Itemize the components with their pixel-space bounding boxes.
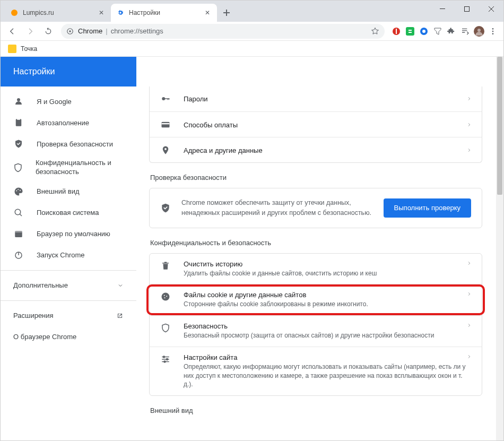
sidebar-extensions[interactable]: Расширения <box>1 305 136 326</box>
window-titlebar: Lumpics.ru ✕ Настройки ✕ <box>1 1 503 22</box>
svg-rect-30 <box>162 122 170 127</box>
svg-rect-1 <box>440 8 445 9</box>
shield-icon <box>13 162 23 173</box>
sidebar-item-safety-check[interactable]: Проверка безопасности <box>1 133 136 154</box>
row-security[interactable]: Безопасность Безопасный просмотр (защита… <box>150 315 482 347</box>
settings-page: Настройки Поиск настроек Я и Google Авто… <box>1 57 503 441</box>
chevron-right-icon <box>467 122 471 128</box>
sidebar-item-default-browser[interactable]: Браузер по умолчанию <box>1 223 136 245</box>
svg-point-11 <box>477 29 481 32</box>
row-payments[interactable]: Способы оплаты <box>150 111 482 137</box>
ext-icon-2[interactable] <box>405 26 415 37</box>
row-passwords[interactable]: Пароли <box>150 87 482 111</box>
chevron-right-icon <box>467 147 471 153</box>
shield-check-icon <box>160 203 171 213</box>
browser-toolbar: Chrome | chrome://settings <box>1 22 503 41</box>
svg-point-14 <box>492 33 494 34</box>
privacy-card: Очистить историю Удалить файлы cookie и … <box>149 253 482 396</box>
svg-point-13 <box>492 30 494 32</box>
autofill-card: Пароли Способы оплаты Адреса и другие да… <box>149 87 482 163</box>
close-icon[interactable]: ✕ <box>97 8 106 17</box>
new-tab-button[interactable] <box>219 5 234 20</box>
cookie-icon <box>160 292 171 301</box>
maximize-button[interactable] <box>455 1 479 18</box>
chevron-down-icon <box>117 282 124 289</box>
ext-icon-1[interactable] <box>391 26 402 37</box>
trash-icon <box>160 261 171 271</box>
menu-icon[interactable] <box>488 26 498 37</box>
svg-point-12 <box>492 28 494 30</box>
svg-point-33 <box>162 293 170 301</box>
sidebar-about[interactable]: О браузере Chrome <box>1 326 136 348</box>
person-icon <box>13 96 24 107</box>
sidebar-item-autofill[interactable]: Автозаполнение <box>1 112 136 133</box>
back-button[interactable] <box>4 23 21 40</box>
svg-rect-24 <box>15 231 22 232</box>
key-icon <box>160 94 171 103</box>
scrollbar-thumb[interactable] <box>497 57 502 195</box>
shield-icon <box>160 323 171 333</box>
tab-settings[interactable]: Настройки ✕ <box>111 4 217 22</box>
sidebar-advanced[interactable]: Дополнительные <box>1 275 136 296</box>
svg-point-39 <box>164 361 166 362</box>
settings-main: Пароли Способы оплаты Адреса и другие да… <box>136 57 503 441</box>
run-safety-check-button[interactable]: Выполнить проверку <box>384 198 471 218</box>
chevron-right-icon <box>467 353 471 360</box>
tab-strip: Lumpics.ru ✕ Настройки ✕ <box>1 4 234 22</box>
vertical-scrollbar[interactable] <box>496 57 503 441</box>
sidebar-item-you-and-google[interactable]: Я и Google <box>1 91 136 112</box>
chevron-right-icon <box>467 96 471 102</box>
svg-point-0 <box>11 10 18 16</box>
sliders-icon <box>160 354 171 364</box>
ext-icon-4[interactable] <box>432 26 443 37</box>
divider <box>1 270 136 271</box>
folder-icon <box>8 45 16 53</box>
svg-point-16 <box>17 98 20 101</box>
svg-rect-28 <box>168 98 169 100</box>
clipboard-icon <box>13 117 24 128</box>
svg-rect-17 <box>16 119 22 126</box>
profile-avatar[interactable] <box>474 26 484 37</box>
row-addresses[interactable]: Адреса и другие данные <box>150 137 482 162</box>
shield-check-icon <box>13 139 24 149</box>
chevron-right-icon <box>467 322 471 328</box>
safety-desc: Chrome поможет обеспечить защиту от утеч… <box>181 198 373 218</box>
sidebar-item-appearance[interactable]: Внешний вид <box>1 181 136 202</box>
close-window-button[interactable] <box>479 1 503 18</box>
row-cookies[interactable]: Файлы cookie и другие данные сайтов Стор… <box>150 284 482 315</box>
open-external-icon <box>116 312 124 319</box>
row-site-settings[interactable]: Настройки сайта Определяют, какую информ… <box>150 347 482 395</box>
tab-favicon-lumpics <box>10 8 19 17</box>
svg-point-32 <box>164 148 167 150</box>
forward-button[interactable] <box>22 23 39 40</box>
address-bar[interactable]: Chrome | chrome://settings <box>61 24 385 39</box>
svg-point-21 <box>20 190 21 191</box>
bookmark-item[interactable]: Точка <box>21 45 37 53</box>
reload-button[interactable] <box>40 23 57 40</box>
bookmark-star-icon[interactable] <box>371 27 379 36</box>
svg-point-35 <box>166 296 167 297</box>
sidebar-item-search-engine[interactable]: Поисковая система <box>1 202 136 223</box>
svg-point-37 <box>163 356 165 358</box>
omni-url: chrome://settings <box>111 27 163 35</box>
ext-icon-3[interactable] <box>419 26 429 37</box>
minimize-button[interactable] <box>430 1 455 18</box>
appearance-heading: Внешний вид <box>150 407 482 414</box>
omni-separator: | <box>106 27 107 35</box>
row-clear-data[interactable]: Очистить историю Удалить файлы cookie и … <box>150 254 482 284</box>
svg-point-26 <box>162 97 165 100</box>
chevron-right-icon <box>467 260 471 266</box>
tab-title: Настройки <box>129 9 160 16</box>
extensions-icon[interactable] <box>446 26 457 37</box>
sidebar-item-on-startup[interactable]: Запуск Chrome <box>1 245 136 266</box>
sidebar-item-privacy[interactable]: Конфиденциальность и безопасность <box>1 154 136 181</box>
reading-list-icon[interactable] <box>460 26 471 37</box>
browser-icon <box>13 229 24 239</box>
palette-icon <box>13 186 24 197</box>
settings-sidebar: Я и Google Автозаполнение Проверка безоп… <box>1 57 136 441</box>
svg-rect-6 <box>396 29 397 34</box>
settings-title: Настройки <box>1 57 136 87</box>
close-icon[interactable]: ✕ <box>203 8 212 17</box>
tab-favicon-settings <box>116 8 125 17</box>
tab-lumpics[interactable]: Lumpics.ru ✕ <box>5 4 111 22</box>
